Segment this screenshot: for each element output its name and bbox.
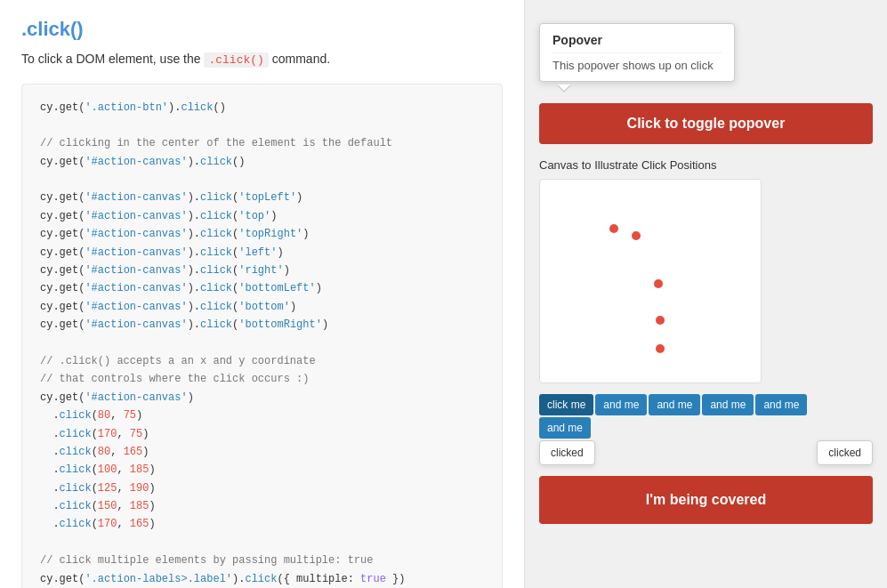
code-line-13: .click(170, 75) [52,428,149,440]
code-comment-1: // clicking in the center of the element… [40,137,392,149]
code-comment-4: // click multiple elements by passing mu… [40,554,373,567]
code-line-12: .click(80, 75) [52,409,142,422]
canvas-area[interactable] [539,179,762,383]
code-line-2: cy.get('#action-canvas').click() [40,156,245,168]
code-line-3: cy.get('#action-canvas').click('topLeft'… [40,191,302,204]
labels-row: click me and me and me and me and me [539,394,873,415]
code-line-1: cy.get('.action-btn').click() [40,101,226,114]
labels-section: click me and me and me and me and me and… [539,394,873,465]
tooltips-row: clicked clicked [539,440,873,465]
code-line-11: cy.get('#action-canvas') [40,391,194,404]
code-line-16: .click(125, 190) [52,482,155,495]
popover-body: This popover shows up on click [552,59,722,72]
code-line-14: .click(80, 165) [52,446,149,458]
label-btn-and-me-5[interactable]: and me [539,417,591,439]
inline-command: .click() [204,52,268,68]
code-block: cy.get('.action-btn').click() // clickin… [21,84,503,589]
left-panel: .click() To click a DOM element, use the… [0,0,525,588]
covered-section: I'm being covered [539,476,873,524]
code-line-9: cy.get('#action-canvas').click('bottom') [40,301,296,313]
code-line-8: cy.get('#action-canvas').click('bottomLe… [40,282,322,294]
tooltip-clicked-1: clicked [539,440,595,465]
tooltip-clicked-2: clicked [817,440,873,465]
code-line-18: .click(170, 165) [52,518,155,530]
toggle-popover-button[interactable]: Click to toggle popover [539,103,873,144]
dot-1 [609,224,618,233]
dot-3 [654,279,663,288]
dot-2 [632,231,641,240]
code-line-6: cy.get('#action-canvas').click('left') [40,246,284,259]
label-btn-and-me-2[interactable]: and me [649,394,700,415]
second-labels-row: and me [539,417,873,439]
code-comment-3: // that controls where the click occurs … [40,373,309,385]
code-comment-2: // .click() accepts a an x and y coordin… [40,355,316,367]
popover-box: Popover This popover shows up on click [539,23,735,82]
canvas-label: Canvas to Illustrate Click Positions [539,158,873,172]
intro-prefix: To click a DOM element, use the [21,52,201,66]
popover-arrow [557,85,571,93]
popover-container: Popover This popover shows up on click [539,23,735,93]
code-line-4: cy.get('#action-canvas').click('top') [40,210,277,222]
code-line-15: .click(100, 185) [52,463,155,476]
page-title: .click() [21,18,503,41]
code-line-10: cy.get('#action-canvas').click('bottomRi… [40,318,328,331]
label-btn-and-me-4[interactable]: and me [755,394,807,415]
label-btn-and-me-3[interactable]: and me [702,394,754,415]
covered-button[interactable]: I'm being covered [539,476,873,524]
code-line-7: cy.get('#action-canvas').click('right') [40,264,290,277]
canvas-section: Canvas to Illustrate Click Positions [539,158,873,383]
popover-title: Popover [552,33,722,53]
intro-suffix: command. [272,52,330,66]
label-btn-click-me[interactable]: click me [539,394,593,415]
right-panel: Popover This popover shows up on click C… [525,0,887,588]
code-line-5: cy.get('#action-canvas').click('topRight… [40,228,309,240]
code-line-17: .click(150, 185) [52,500,155,512]
intro-text: To click a DOM element, use the .click()… [21,50,503,69]
code-line-19: cy.get('.action-labels>.label').click({ … [40,573,406,585]
dot-5 [656,344,665,353]
label-btn-and-me-1[interactable]: and me [595,394,647,415]
dot-4 [656,316,665,325]
